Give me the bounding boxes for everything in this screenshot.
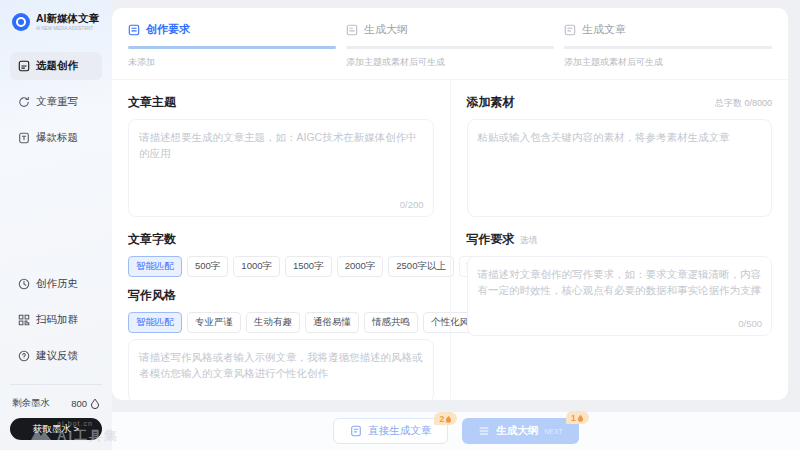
material-label: 添加素材: [467, 94, 515, 111]
style-label: 写作风格: [128, 287, 176, 304]
sidebar-item-label: 建议反馈: [36, 349, 78, 363]
clock-icon: [18, 278, 30, 290]
sidebar-item-feedback[interactable]: 建议反馈: [10, 342, 102, 370]
stepper: 创作要求 未添加 生成大纲 添加主题或素材后可生成 生成文章 添加主题或素材后可…: [112, 8, 788, 80]
requirement-field: 0/500: [467, 256, 773, 336]
ink-balance: 剩余墨水 800: [10, 397, 102, 410]
step-creation-requirements[interactable]: 创作要求 未添加: [128, 22, 336, 69]
direct-generate-article-button[interactable]: 直接生成文章 2: [333, 418, 448, 444]
outline-list-icon: [478, 425, 490, 437]
word-count-chip-2000[interactable]: 2000字: [337, 256, 384, 277]
direct-generate-cost-badge: 2: [434, 412, 457, 425]
style-chip-professional[interactable]: 专业严谨: [187, 312, 241, 333]
site-watermark: ai-bot.cn AI工具集: [30, 420, 119, 445]
sidebar-item-qr-group[interactable]: 扫码加群: [10, 306, 102, 334]
watermark-url: ai-bot.cn: [57, 420, 119, 427]
generate-outline-cost-badge: 1: [566, 411, 589, 424]
word-count-chip-500[interactable]: 500字: [187, 256, 228, 277]
topic-field: 0/200: [128, 119, 434, 217]
drop-icon: [445, 415, 452, 423]
requirement-optional-tag: 选填: [520, 235, 538, 245]
style-options: 智能匹配 专业严谨 生动有趣 通俗易懂 情感共鸣 个性化风格: [128, 312, 434, 333]
direct-generate-label: 直接生成文章: [368, 424, 431, 438]
step-generate-article[interactable]: 生成文章 添加主题或素材后可生成: [564, 22, 772, 69]
material-textarea[interactable]: [468, 120, 772, 216]
step-title: 创作要求: [146, 22, 190, 37]
step1-subtitle: 未添加: [128, 56, 336, 69]
right-column: 添加素材 总字数 0/8000 写作要求选填 0/500: [450, 80, 789, 399]
word-count-chip-smart[interactable]: 智能匹配: [128, 256, 182, 277]
style-field: [128, 339, 434, 400]
step3-article-icon: [564, 24, 576, 36]
step1-doc-icon: [128, 24, 140, 36]
step2-outline-icon: [346, 24, 358, 36]
style-chip-emotional[interactable]: 情感共鸣: [364, 312, 418, 333]
app-logo: AI新媒体文章 AI NEW MEDIA ASSISTANT: [10, 12, 102, 32]
sidebar-item-topic-creation[interactable]: 选题创作: [10, 52, 102, 80]
ink-balance-label: 剩余墨水: [12, 397, 50, 410]
step2-progress: [346, 46, 554, 49]
title-doc-icon: [18, 132, 30, 144]
step2-subtitle: 添加主题或素材后可生成: [346, 56, 554, 69]
sidebar-divider: [10, 384, 102, 385]
style-chip-plain[interactable]: 通俗易懂: [305, 312, 359, 333]
requirement-label: 写作要求: [467, 232, 515, 246]
compose-icon: [18, 60, 30, 72]
sidebar-item-label: 扫码加群: [36, 313, 78, 327]
sidebar-item-label: 文章重写: [36, 95, 78, 109]
word-count-options: 智能匹配 500字 1000字 1500字 2000字 2500字以上: [128, 256, 434, 277]
style-chip-smart[interactable]: 智能匹配: [128, 312, 182, 333]
sidebar-item-history[interactable]: 创作历史: [10, 270, 102, 298]
requirement-counter: 0/500: [738, 318, 762, 329]
topic-counter: 0/200: [400, 199, 424, 210]
creation-panel: 创作要求 未添加 生成大纲 添加主题或素材后可生成 生成文章 添加主题或素材后可…: [112, 8, 788, 400]
sidebar-item-label: 选题创作: [36, 59, 78, 73]
style-textarea[interactable]: [129, 340, 433, 400]
ink-drop-icon: [90, 398, 100, 409]
word-count-label: 文章字数: [128, 231, 176, 248]
ink-balance-value: 800: [71, 398, 87, 409]
step1-progress: [128, 46, 336, 49]
topic-label: 文章主题: [128, 94, 176, 111]
style-chip-vivid[interactable]: 生动有趣: [246, 312, 300, 333]
app-logo-icon: [12, 13, 30, 31]
qr-code-icon: [18, 314, 30, 326]
sidebar-item-label: 创作历史: [36, 277, 78, 291]
material-field: [467, 119, 773, 217]
left-column: 文章主题 0/200 文章字数 智能匹配 500字 1000字 1500字 20…: [112, 80, 450, 399]
footer-action-bar: 直接生成文章 2 生成大纲 NEXT 1: [112, 412, 800, 450]
sidebar: AI新媒体文章 AI NEW MEDIA ASSISTANT 选题创作 文章重写…: [0, 0, 112, 450]
rewrite-icon: [18, 96, 30, 108]
question-circle-icon: [18, 350, 30, 362]
material-word-total: 总字数 0/8000: [715, 97, 772, 110]
step3-progress: [564, 46, 772, 49]
sidebar-item-article-rewrite[interactable]: 文章重写: [10, 88, 102, 116]
step-title: 生成文章: [582, 22, 626, 37]
word-count-chip-2500plus[interactable]: 2500字以上: [388, 256, 454, 277]
sidebar-item-hot-title[interactable]: 爆款标题: [10, 124, 102, 152]
app-title: AI新媒体文章: [36, 12, 112, 26]
requirement-textarea[interactable]: [468, 257, 772, 335]
step-title: 生成大纲: [364, 22, 408, 37]
word-count-chip-1000[interactable]: 1000字: [233, 256, 280, 277]
next-tag: NEXT: [544, 428, 563, 435]
article-doc-icon: [350, 425, 362, 437]
generate-outline-button[interactable]: 生成大纲 NEXT 1: [462, 418, 579, 444]
sidebar-item-label: 爆款标题: [36, 131, 78, 145]
watermark-logo-icon: [30, 425, 52, 441]
watermark-name: AI工具集: [57, 427, 119, 445]
sidebar-nav: 选题创作 文章重写 爆款标题: [10, 52, 102, 152]
app-subtitle: AI NEW MEDIA ASSISTANT: [36, 26, 93, 31]
word-count-chip-1500[interactable]: 1500字: [285, 256, 332, 277]
topic-textarea[interactable]: [129, 120, 433, 216]
step3-subtitle: 添加主题或素材后可生成: [564, 56, 772, 69]
generate-outline-label: 生成大纲: [496, 424, 538, 438]
drop-icon: [577, 414, 584, 422]
step-generate-outline[interactable]: 生成大纲 添加主题或素材后可生成: [346, 22, 554, 69]
